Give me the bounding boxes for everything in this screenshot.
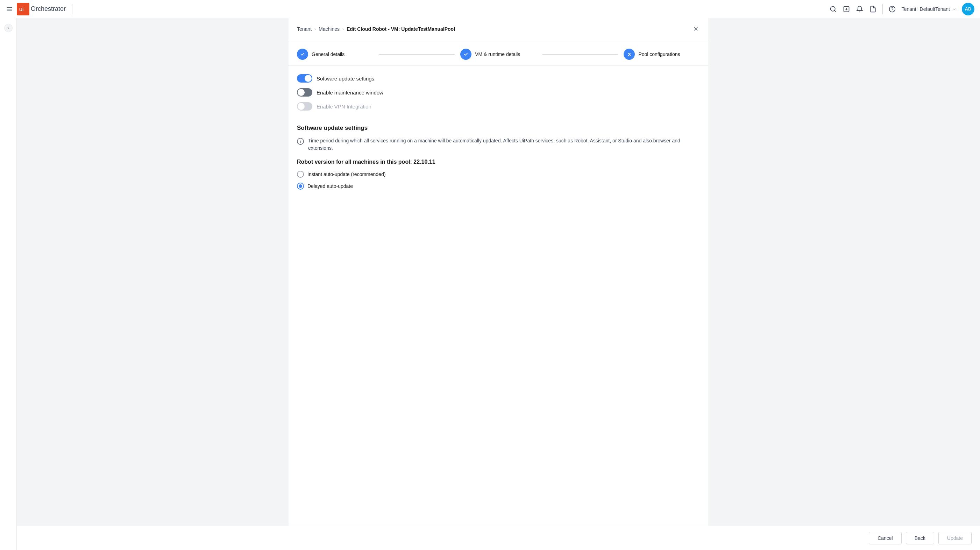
info-box: i Time period during which all services … (297, 137, 700, 152)
breadcrumb-machines[interactable]: Machines (319, 26, 340, 32)
toggles-section: Software update settings Enable maintena… (288, 66, 708, 110)
radio-instant-label: Instant auto-update (recommended) (307, 171, 385, 177)
breadcrumb-sep-2: › (342, 27, 344, 32)
help-icon[interactable] (888, 5, 896, 13)
vpn-integration-label: Enable VPN Integration (317, 104, 371, 110)
step-connector-2 (542, 54, 618, 54)
step-2-label: VM & runtime details (475, 51, 520, 57)
breadcrumb-sep-1: › (314, 27, 316, 32)
breadcrumb-tenant[interactable]: Tenant (297, 26, 312, 32)
step-1-icon (297, 49, 308, 60)
steps-bar: General details VM & runtime details 3 P… (288, 40, 708, 66)
hamburger-icon[interactable] (6, 5, 13, 13)
breadcrumb-current: Edit Cloud Robot - VM: UpdateTestManualP… (347, 26, 689, 32)
radio-instant[interactable] (297, 171, 304, 178)
avatar[interactable]: AD (962, 3, 974, 15)
step-1-label: General details (312, 51, 345, 57)
sidebar: › (0, 18, 17, 550)
notifications-icon[interactable] (856, 5, 864, 13)
vpn-integration-toggle (297, 102, 312, 110)
step-2-icon (460, 49, 471, 60)
maintenance-window-toggle[interactable] (297, 88, 312, 97)
step-general-details: General details (297, 49, 373, 60)
maintenance-window-label: Enable maintenance window (317, 89, 383, 96)
radio-row-instant[interactable]: Instant auto-update (recommended) (297, 171, 700, 178)
close-button[interactable]: ✕ (692, 24, 700, 34)
chevron-down-icon (952, 7, 956, 11)
software-update-toggle[interactable] (297, 74, 312, 83)
radio-delayed-label: Delayed auto-update (307, 183, 353, 189)
svg-line-6 (835, 10, 836, 11)
step-pool-config: 3 Pool configurations (624, 49, 700, 60)
edit-panel: Tenant › Machines › Edit Cloud Robot - V… (288, 18, 708, 550)
logo-box: Ui (17, 3, 29, 15)
search-icon[interactable] (829, 5, 837, 13)
docs-icon[interactable] (869, 5, 877, 13)
uipath-logo: Ui Orchestrator (17, 3, 66, 15)
update-button[interactable]: Update (939, 532, 972, 544)
step-vm-runtime: VM & runtime details (460, 49, 536, 60)
info-icon: i (297, 138, 304, 145)
cancel-button[interactable]: Cancel (869, 532, 902, 544)
radio-delayed-inner (299, 184, 302, 188)
software-update-label: Software update settings (317, 76, 374, 81)
content-area: Tenant › Machines › Edit Cloud Robot - V… (17, 18, 980, 550)
tenant-name[interactable]: DefaultTenant (920, 6, 950, 12)
tenant-area: Tenant: DefaultTenant (902, 6, 956, 12)
tenant-label: Tenant: (902, 6, 918, 12)
section-title: Software update settings (297, 124, 700, 132)
svg-text:Ui: Ui (19, 7, 24, 12)
nav-left: Ui Orchestrator (6, 3, 825, 15)
robot-version-title: Robot version for all machines in this p… (297, 159, 700, 165)
nav-right: Tenant: DefaultTenant AD (829, 3, 974, 15)
back-button[interactable]: Back (906, 532, 934, 544)
step-connector-1 (379, 54, 455, 54)
radio-row-delayed[interactable]: Delayed auto-update (297, 183, 700, 190)
main-layout: › Tenant › Machines › Edit Cloud Robot -… (0, 18, 980, 550)
nav-divider (72, 4, 72, 14)
software-update-section: Software update settings i Time period d… (288, 116, 708, 203)
toggle-row-maintenance: Enable maintenance window (297, 88, 700, 97)
radio-delayed[interactable] (297, 183, 304, 190)
toggle-row-vpn: Enable VPN Integration (297, 102, 700, 110)
step-3-label: Pool configurations (638, 51, 680, 57)
step-3-icon: 3 (624, 49, 635, 60)
toggle-row-software-update: Software update settings (297, 74, 700, 83)
sidebar-toggle-button[interactable]: › (4, 24, 13, 32)
top-navigation: Ui Orchestrator (0, 0, 980, 18)
panel-footer: Cancel Back Update (17, 526, 980, 550)
breadcrumb: Tenant › Machines › Edit Cloud Robot - V… (288, 18, 708, 40)
info-text: Time period during which all services ru… (308, 137, 700, 152)
add-icon[interactable] (843, 5, 850, 13)
svg-point-5 (830, 6, 835, 11)
app-name-text: Orchestrator (31, 5, 66, 13)
